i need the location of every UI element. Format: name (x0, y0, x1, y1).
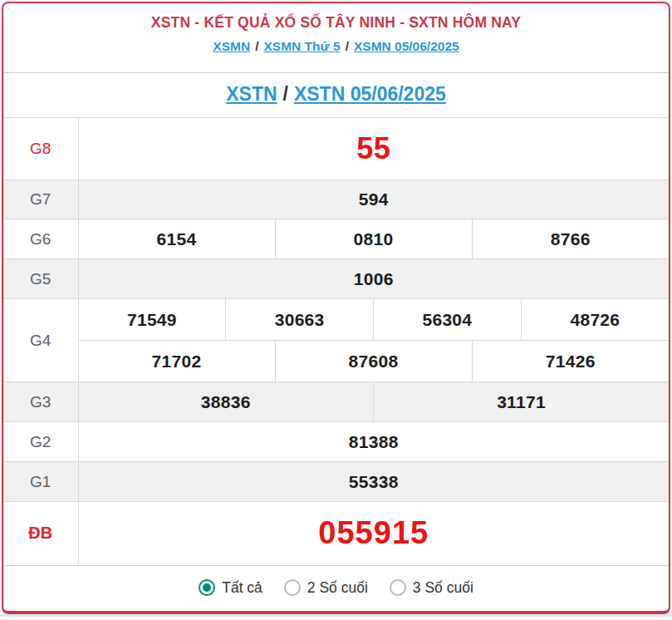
breadcrumb-separator: / (250, 39, 263, 53)
subtitle-link-xstn[interactable]: XSTN (226, 83, 277, 105)
prize-value-g4-3: 56304 (374, 299, 522, 341)
prize-value-g4-2: 30663 (226, 299, 374, 341)
table-row-g7: G7 594 (3, 180, 669, 219)
prize-value-g6-2: 0810 (275, 219, 472, 259)
prize-value-g6-3: 8766 (472, 219, 669, 259)
prize-label-g5: G5 (3, 259, 78, 299)
subtitle-separator: / (277, 83, 294, 105)
table-row-g5: G5 1006 (3, 259, 669, 299)
prize-label-g2: G2 (3, 422, 78, 462)
radio-option-all[interactable]: Tất cả (199, 579, 262, 597)
radio-option-last-2-digits[interactable]: 2 Số cuối (284, 579, 368, 597)
prize-label-db: ĐB (3, 502, 78, 565)
breadcrumb-separator: / (341, 39, 354, 53)
table-row-g1: G1 55338 (3, 462, 669, 502)
prize-value-g2: 81388 (78, 422, 669, 462)
prize-label-g7: G7 (3, 180, 78, 219)
prize-label-g4: G4 (3, 299, 78, 382)
prize-label-g6: G6 (3, 219, 78, 259)
prize-label-g8: G8 (3, 118, 78, 180)
page-title: XSTN - KẾT QUẢ XỔ SỐ TÂY NINH - SXTN HÔM… (3, 14, 669, 32)
prize-value-g4-6: 87608 (275, 341, 472, 382)
radio-icon[interactable] (284, 579, 301, 596)
table-row-g6: G6 6154 0810 8766 (3, 219, 669, 259)
table-row-g2: G2 81388 (3, 422, 669, 462)
table-row-g4-2: 71702 87608 71426 (3, 341, 669, 382)
breadcrumb-link-xsmn-date[interactable]: XSMN 05/06/2025 (354, 39, 459, 53)
table-row-g8: G8 55 (3, 118, 669, 180)
prize-value-g5: 1006 (78, 259, 669, 299)
lottery-result-card: XSTN - KẾT QUẢ XỔ SỐ TÂY NINH - SXTN HÔM… (2, 2, 670, 614)
table-row-db: ĐB 055915 (3, 502, 669, 565)
radio-option-last-3-digits[interactable]: 3 Số cuối (390, 579, 473, 597)
prize-value-db: 055915 (78, 502, 669, 565)
radio-icon[interactable] (199, 579, 215, 596)
card-header: XSTN - KẾT QUẢ XỔ SỐ TÂY NINH - SXTN HÔM… (3, 3, 669, 73)
radio-label: 3 Số cuối (413, 579, 473, 597)
prize-value-g4-4: 48726 (521, 299, 669, 341)
table-row-g3: G3 38836 31171 (3, 382, 669, 422)
prize-value-g7: 594 (78, 180, 669, 219)
radio-label: 2 Số cuối (307, 579, 368, 597)
breadcrumb-link-xsmn-thu5[interactable]: XSMN Thứ 5 (263, 39, 340, 53)
radio-label: Tất cả (222, 579, 262, 597)
subtitle-link-xstn-date[interactable]: XSTN 05/06/2025 (294, 83, 446, 105)
prize-label-g3: G3 (3, 382, 78, 422)
prize-value-g4-5: 71702 (78, 341, 275, 382)
prize-value-g1: 55338 (78, 462, 669, 502)
breadcrumb: XSMN/XSMN Thứ 5/XSMN 05/06/2025 (3, 39, 669, 54)
prize-value-g4-1: 71549 (78, 299, 226, 341)
results-table: G8 55 G7 594 G6 6154 0810 8766 G5 1006 G… (3, 117, 669, 565)
page-bottom-strip (0, 614, 672, 617)
prize-value-g8: 55 (78, 118, 669, 180)
prize-value-g4-7: 71426 (472, 341, 669, 382)
prize-label-g1: G1 (3, 462, 78, 502)
breadcrumb-link-xsmn[interactable]: XSMN (213, 39, 250, 53)
prize-value-g6-1: 6154 (78, 219, 275, 259)
radio-icon[interactable] (390, 579, 406, 596)
filter-bar: Tất cả 2 Số cuối 3 Số cuối (3, 565, 669, 610)
table-row-g4-1: G4 71549 30663 56304 48726 (3, 299, 669, 341)
result-subtitle: XSTN/XSTN 05/06/2025 (3, 73, 669, 117)
prize-value-g3-2: 31171 (374, 382, 670, 422)
prize-value-g3-1: 38836 (78, 382, 374, 422)
